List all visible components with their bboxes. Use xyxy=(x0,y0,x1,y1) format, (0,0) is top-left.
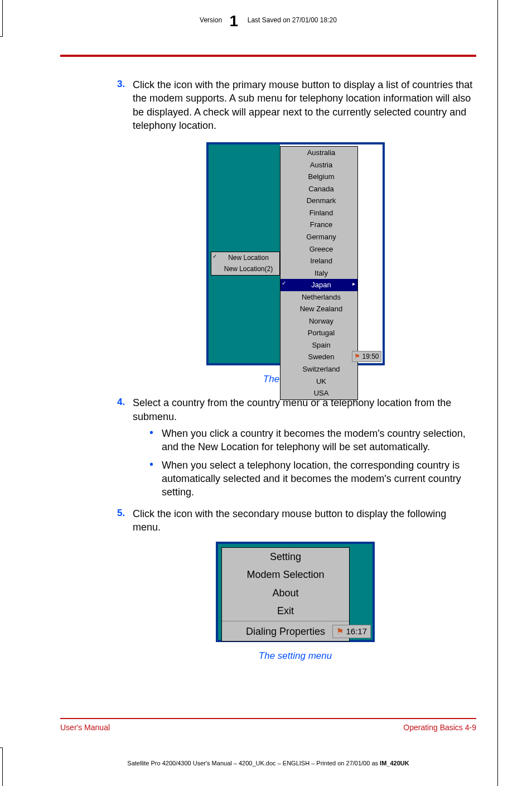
crop-mark-right xyxy=(497,0,532,786)
location-item[interactable]: New Location(2) xyxy=(211,263,279,274)
country-item[interactable]: Australia xyxy=(280,147,357,159)
country-item[interactable]: New Zealand xyxy=(280,303,357,315)
crop-mark-bottom xyxy=(0,748,3,786)
step-text: Click the icon with the primary mouse bu… xyxy=(133,78,473,132)
menu-item-modem-selection[interactable]: Modem Selection xyxy=(222,566,349,584)
footer-right: Operating Basics 4-9 xyxy=(403,723,476,732)
step-4: 4. Select a country from the country men… xyxy=(117,396,473,503)
figure-1: New Location New Location(2) Australia A… xyxy=(117,142,473,369)
country-item[interactable]: Norway xyxy=(280,315,357,327)
country-list-screenshot: New Location New Location(2) Australia A… xyxy=(206,142,385,365)
country-item[interactable]: Greece xyxy=(280,243,357,255)
step-text-span: Select a country from the country menu o… xyxy=(133,397,451,422)
country-item[interactable]: Switzerland xyxy=(280,363,357,375)
step-5: 5. Click the icon with the secondary mou… xyxy=(117,507,473,534)
step-text: Click the icon with the secondary mouse … xyxy=(133,507,473,534)
main-content: 3. Click the icon with the primary mouse… xyxy=(117,78,473,673)
country-item[interactable]: Canada xyxy=(280,183,357,195)
country-item[interactable]: Ireland xyxy=(280,255,357,267)
country-item[interactable]: Austria xyxy=(280,159,357,171)
context-menu: Setting Modem Selection About Exit Diali… xyxy=(221,547,350,641)
location-submenu: New Location New Location(2) xyxy=(211,252,280,275)
clock: 19:50 xyxy=(362,353,379,360)
step-3: 3. Click the icon with the primary mouse… xyxy=(117,78,473,132)
print-info-text: Satellite Pro 4200/4300 User's Manual – … xyxy=(127,760,380,766)
crop-mark-top xyxy=(0,0,3,37)
country-item[interactable]: Finland xyxy=(280,207,357,219)
menu-item-dialing-properties[interactable]: Dialing Properties xyxy=(222,623,349,640)
menu-item-exit[interactable]: Exit xyxy=(222,602,349,620)
menu-separator xyxy=(222,621,349,621)
country-item[interactable]: Denmark xyxy=(280,195,357,207)
country-item[interactable]: Portugal xyxy=(280,327,357,339)
step-number: 3. xyxy=(117,78,133,132)
print-info-code: IM_420UK xyxy=(380,760,409,766)
tray-icon[interactable]: ⚑ xyxy=(354,353,360,360)
country-item[interactable]: Italy xyxy=(280,267,357,279)
country-item[interactable]: USA xyxy=(280,387,357,399)
country-menu: Australia Austria Belgium Canada Denmark… xyxy=(280,146,358,399)
footer-left: User's Manual xyxy=(60,723,110,732)
bullet-item: When you click a country it becomes the … xyxy=(149,427,473,454)
version-label: Version xyxy=(200,16,222,24)
location-item[interactable]: New Location xyxy=(211,252,279,263)
step-4-bullets: When you click a country it becomes the … xyxy=(149,427,473,499)
bullet-item: When you select a telephony location, th… xyxy=(149,459,473,499)
print-info: Satellite Pro 4200/4300 User's Manual – … xyxy=(60,760,476,766)
footer-rule xyxy=(60,718,476,719)
taskbar: ⚑ 19:50 xyxy=(352,351,381,362)
page-header: Version 1 Last Saved on 27/01/00 18:20 xyxy=(60,11,476,29)
figure-2: Setting Modem Selection About Exit Diali… xyxy=(117,542,473,645)
country-item[interactable]: UK xyxy=(280,375,357,388)
menu-item-setting[interactable]: Setting xyxy=(222,548,349,566)
setting-menu-screenshot: Setting Modem Selection About Exit Diali… xyxy=(216,542,375,642)
step-number: 4. xyxy=(117,396,133,503)
taskbar: ⚑ 16:17 xyxy=(332,625,371,638)
page-footer: User's Manual Operating Basics 4-9 xyxy=(60,723,476,732)
country-item[interactable]: Germany xyxy=(280,231,357,243)
menu-item-about[interactable]: About xyxy=(222,584,349,602)
figure-2-caption: The setting menu xyxy=(117,650,473,663)
version-number: 1 xyxy=(229,12,238,30)
saved-info: Last Saved on 27/01/00 18:20 xyxy=(248,16,337,24)
step-text: Select a country from the country menu o… xyxy=(133,396,473,503)
country-item[interactable]: Belgium xyxy=(280,171,357,183)
country-item[interactable]: France xyxy=(280,219,357,231)
country-item-selected[interactable]: Japan xyxy=(280,279,357,291)
tray-icon[interactable]: ⚑ xyxy=(336,626,344,636)
country-item[interactable]: Netherlands xyxy=(280,291,357,303)
header-rule xyxy=(60,55,476,57)
step-number: 5. xyxy=(117,507,133,534)
country-item[interactable]: Sweden xyxy=(280,351,357,363)
clock: 16:17 xyxy=(346,626,367,636)
country-item[interactable]: Spain xyxy=(280,339,357,351)
